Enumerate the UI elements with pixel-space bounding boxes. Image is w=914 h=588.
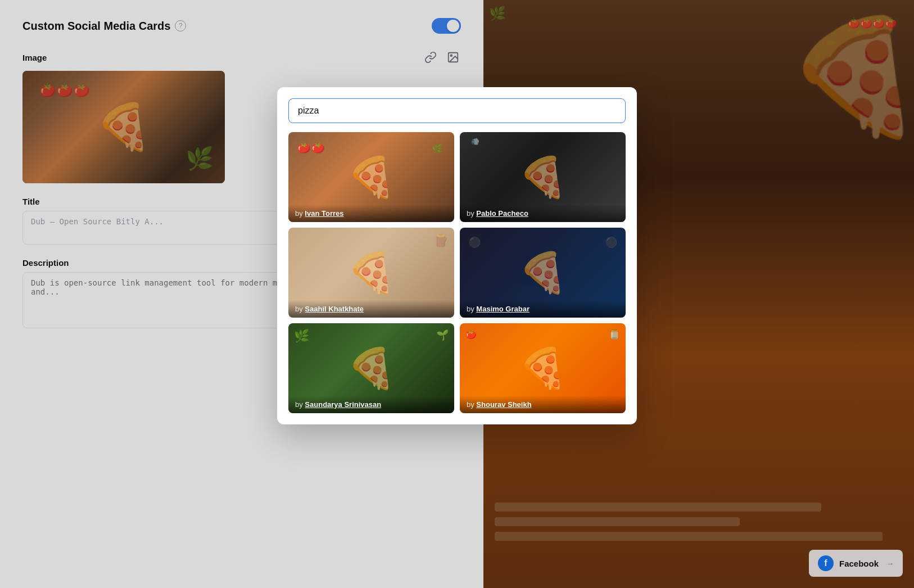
caption-author-5[interactable]: Saundarya Srinivasan [305, 400, 381, 409]
grid-item-4-caption: by Masimo Grabar [460, 300, 626, 318]
grid-item-5[interactable]: 🍕 🌿 🌱 by Saundarya Srinivasan [288, 323, 454, 413]
caption-by-3: by [295, 305, 305, 313]
image-search-modal: 🍕 🍅🍅 🌿 by Ivan Torres 🍕 💨 by Pablo Pache… [277, 87, 637, 424]
grid-item-2[interactable]: 🍕 💨 by Pablo Pacheco [460, 132, 626, 222]
image-search-input[interactable] [288, 98, 626, 123]
grid-item-1-caption: by Ivan Torres [288, 205, 454, 222]
grid-item-6[interactable]: 🍕 🍅 🫙 by Shourav Sheikh [460, 323, 626, 413]
caption-by-2: by [467, 209, 476, 218]
grid-item-6-caption: by Shourav Sheikh [460, 396, 626, 413]
grid-item-3[interactable]: 🍕 🪵 by Saahil Khatkhate [288, 228, 454, 318]
modal-overlay[interactable]: 🍕 🍅🍅 🌿 by Ivan Torres 🍕 💨 by Pablo Pache… [0, 0, 914, 588]
caption-author-2[interactable]: Pablo Pacheco [476, 209, 528, 218]
grid-item-1[interactable]: 🍕 🍅🍅 🌿 by Ivan Torres [288, 132, 454, 222]
caption-author-4[interactable]: Masimo Grabar [476, 305, 530, 313]
caption-by-1: by [295, 209, 305, 218]
grid-item-4[interactable]: 🍕 ⚫ ⚫ by Masimo Grabar [460, 228, 626, 318]
grid-item-5-caption: by Saundarya Srinivasan [288, 396, 454, 413]
image-grid: 🍕 🍅🍅 🌿 by Ivan Torres 🍕 💨 by Pablo Pache… [288, 132, 626, 413]
grid-item-3-caption: by Saahil Khatkhate [288, 300, 454, 318]
caption-by-4: by [467, 305, 476, 313]
caption-by-6: by [467, 400, 476, 409]
grid-item-2-caption: by Pablo Pacheco [460, 205, 626, 222]
caption-author-6[interactable]: Shourav Sheikh [476, 400, 531, 409]
caption-author-1[interactable]: Ivan Torres [305, 209, 343, 218]
caption-author-3[interactable]: Saahil Khatkhate [305, 305, 364, 313]
caption-by-5: by [295, 400, 305, 409]
